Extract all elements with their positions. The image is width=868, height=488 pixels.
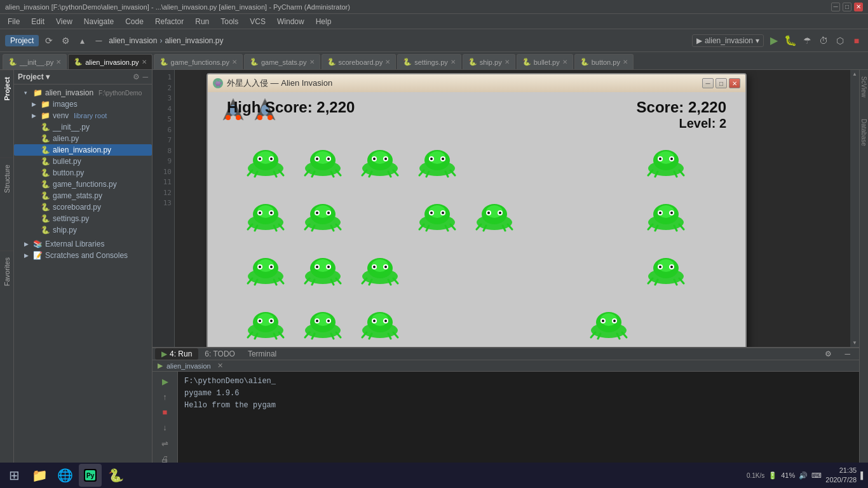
- stop-button[interactable]: ■: [850, 34, 863, 47]
- settings-bottom-icon[interactable]: ⚙: [818, 348, 838, 360]
- tree-item-bullet-py[interactable]: ▶ 🐍 bullet.py: [14, 156, 152, 167]
- tab-ship-py[interactable]: 🐍 ship.py ✕: [463, 54, 515, 69]
- run-tab-close[interactable]: ✕: [217, 362, 223, 370]
- tree-item-scoreboard-py[interactable]: ▶ 🐍 scoreboard.py: [14, 201, 152, 213]
- tree-item-venv[interactable]: ▶ 📁 venv library root: [14, 110, 152, 121]
- rtab-scview[interactable]: ScView: [859, 72, 868, 101]
- sync-icon[interactable]: ⟳: [43, 34, 55, 47]
- tree-item-alien-invasion[interactable]: ▾ 📁 alien_invasion F:\pythonDemo: [14, 87, 152, 98]
- taskbar-pycharm[interactable]: Py: [79, 464, 102, 487]
- rtab-database[interactable]: Database: [859, 115, 868, 150]
- close-button[interactable]: ✕: [854, 3, 863, 11]
- menu-vcs[interactable]: VCS: [245, 16, 271, 27]
- close-tab-settings-py[interactable]: ✕: [451, 58, 456, 65]
- tab-scoreboard-py[interactable]: 🐍 scoreboard.py ✕: [322, 54, 397, 69]
- tab-init-py[interactable]: 🐍 __init__.py ✕: [3, 54, 67, 69]
- tree-item-button-py[interactable]: ▶ 🐍 button.py: [14, 167, 152, 179]
- tab-game-functions-py[interactable]: 🐍 game_functions.py ✕: [154, 54, 243, 69]
- svg-point-156: [659, 266, 661, 268]
- maximize-button[interactable]: □: [843, 3, 851, 11]
- tab-alien-invasion-py[interactable]: 🐍 alien_invasion.py ✕: [68, 54, 152, 69]
- menu-run[interactable]: Run: [190, 16, 214, 27]
- project-selector[interactable]: Project: [5, 35, 39, 46]
- profile-button[interactable]: ⏱: [817, 34, 830, 47]
- alien-r1-p5: [646, 146, 686, 180]
- menu-refactor[interactable]: Refactor: [150, 16, 189, 27]
- minimize-button[interactable]: ─: [831, 3, 840, 11]
- btab-terminal[interactable]: Terminal: [241, 348, 283, 360]
- run-stop-btn[interactable]: ■: [158, 405, 172, 419]
- menu-tools[interactable]: Tools: [215, 16, 243, 27]
- start-button[interactable]: ⊞: [3, 464, 25, 487]
- tab-button-py[interactable]: 🐍 button.py ✕: [574, 54, 634, 69]
- coverage-button[interactable]: ☂: [801, 34, 813, 47]
- close-tab-button-py[interactable]: ✕: [623, 58, 628, 65]
- system-clock[interactable]: 21:35 2020/7/28: [825, 466, 857, 485]
- menu-help[interactable]: Help: [311, 16, 337, 27]
- run-configuration[interactable]: ▶ alien_invasion ▾: [692, 34, 764, 47]
- close-tab-scoreboard-py[interactable]: ✕: [385, 58, 390, 65]
- scroll-up-arrow[interactable]: ▲: [852, 71, 857, 77]
- close-tab-alien-invasion-py[interactable]: ✕: [142, 58, 147, 65]
- tree-item-alien-invasion-py[interactable]: ▶ 🐍 alien_invasion.py: [14, 144, 152, 156]
- tree-item-external-libs[interactable]: ▶ 📚 External Libraries: [14, 238, 152, 250]
- close-tab-ship-py[interactable]: ✕: [505, 58, 510, 65]
- game-close-btn[interactable]: ✕: [729, 78, 740, 88]
- collapse-icon[interactable]: ▴: [76, 34, 88, 47]
- sidebar-gear-icon[interactable]: ⚙: [133, 72, 140, 81]
- btab-run[interactable]: ▶ 4: Run: [155, 348, 198, 360]
- vtab-structure[interactable]: Structure: [0, 158, 13, 200]
- close-tab-game-functions-py[interactable]: ✕: [232, 58, 237, 65]
- close-tab-bullet-py[interactable]: ✕: [562, 58, 567, 65]
- taskbar-browser[interactable]: 🌐: [53, 464, 76, 487]
- console-output: F:\pythonDemo\alien_ pygame 1.9.6 Hello …: [178, 372, 859, 474]
- concurrency-button[interactable]: ⬡: [834, 34, 846, 47]
- run-play-btn[interactable]: ▶: [158, 374, 172, 388]
- vtab-favorites[interactable]: Favorites: [0, 250, 13, 292]
- taskbar-python[interactable]: 🐍: [104, 464, 127, 487]
- tree-item-images[interactable]: ▶ 📁 images: [14, 98, 152, 110]
- svg-point-35: [373, 158, 376, 160]
- alien-r1-p3: [360, 146, 400, 180]
- menu-navigate[interactable]: Navigate: [79, 16, 119, 27]
- btab-todo[interactable]: 6: TODO: [198, 348, 241, 360]
- code-editor[interactable]: 👾 外星人入侵 — Alien Invasion ─ □ ✕: [175, 70, 850, 347]
- run-button[interactable]: ▶: [768, 34, 780, 47]
- scroll-down-arrow[interactable]: ▼: [852, 340, 857, 346]
- editor-scrollbar[interactable]: ▲ ▼: [850, 70, 859, 347]
- tree-item-game-functions-py[interactable]: ▶ 🐍 game_functions.py: [14, 179, 152, 190]
- run-wrap-btn[interactable]: ⇌: [158, 437, 172, 451]
- taskbar-explorer[interactable]: 📁: [28, 464, 51, 487]
- menu-file[interactable]: File: [3, 16, 25, 27]
- debug-button[interactable]: 🐛: [784, 34, 797, 47]
- tree-item-settings-py[interactable]: ▶ 🐍 settings.py: [14, 213, 152, 224]
- menu-code[interactable]: Code: [120, 16, 149, 27]
- tree-item-init-py[interactable]: ▶ 🐍 __init__.py: [14, 121, 152, 133]
- settings-icon[interactable]: ⚙: [59, 34, 72, 47]
- run-down-btn[interactable]: ↓: [158, 420, 172, 434]
- tree-item-game-stats-py[interactable]: ▶ 🐍 game_stats.py: [14, 190, 152, 201]
- menu-view[interactable]: View: [51, 16, 78, 27]
- tab-game-stats-py[interactable]: 🐍 game_stats.py ✕: [244, 54, 320, 69]
- run-up-btn[interactable]: ↑: [158, 390, 172, 403]
- menu-edit[interactable]: Edit: [26, 16, 50, 27]
- tab-settings-py[interactable]: 🐍 settings.py ✕: [397, 54, 461, 69]
- menu-window[interactable]: Window: [272, 16, 309, 27]
- right-panels: ScView Database: [859, 70, 868, 474]
- sidebar-collapse-icon[interactable]: ─: [142, 72, 148, 81]
- close-bottom-icon[interactable]: ─: [838, 348, 857, 360]
- tab-bullet-py[interactable]: 🐍 bullet.py ✕: [517, 54, 573, 69]
- tree-item-scratches[interactable]: ▶ 📝 Scratches and Consoles: [14, 250, 152, 261]
- minimize-icon[interactable]: ─: [92, 34, 105, 47]
- svg-point-178: [316, 320, 318, 322]
- tree-item-alien-py[interactable]: ▶ 🐍 alien.py: [14, 133, 152, 144]
- close-tab-init-py[interactable]: ✕: [56, 58, 61, 65]
- game-minimize-btn[interactable]: ─: [702, 78, 714, 88]
- show-desktop-btn[interactable]: ▌: [860, 471, 865, 479]
- vtab-project[interactable]: Project: [0, 70, 13, 107]
- tree-item-ship-py[interactable]: ▶ 🐍 ship.py: [14, 224, 152, 236]
- game-maximize-btn[interactable]: □: [715, 78, 727, 88]
- game-icon: 👾: [213, 78, 223, 88]
- svg-point-123: [259, 266, 261, 268]
- close-tab-game-stats-py[interactable]: ✕: [309, 58, 315, 65]
